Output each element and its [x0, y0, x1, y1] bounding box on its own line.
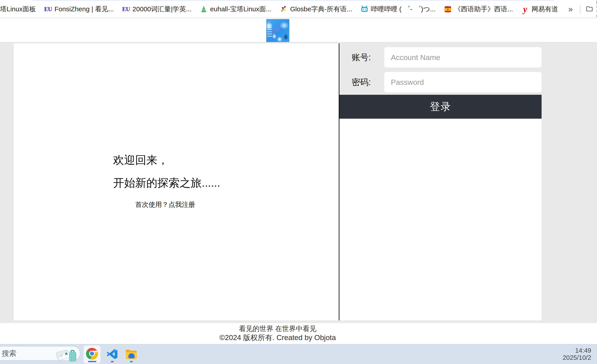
main-card: 欢迎回来， 开始新的探索之旅...... 首次使用？点我注册 账号: 密码: 登…	[14, 43, 542, 320]
bookmark-item-bilibili[interactable]: 哔哩哔哩 ( ゜- ゜)つ...	[361, 5, 436, 14]
clock-time: 14:49	[563, 347, 591, 354]
password-input[interactable]	[384, 72, 542, 92]
account-row: 账号:	[339, 47, 542, 68]
bookmarks-overflow-chevron[interactable]: »	[567, 5, 575, 14]
spain-flag-icon	[444, 6, 452, 13]
welcome-line-1: 欢迎回来，	[113, 153, 217, 167]
taskbar-explorer-button[interactable]	[125, 348, 138, 360]
bookmarks-bar-right: » 所有书签	[567, 0, 597, 19]
chrome-active-indicator	[88, 361, 96, 362]
all-bookmarks-button[interactable]: 所有书签	[586, 0, 597, 19]
bookmarks-bar-separator	[580, 5, 580, 14]
bookmark-label: euhall-宝塔Linux面...	[210, 5, 272, 14]
vscode-running-indicator	[111, 361, 114, 363]
search-label: 搜索	[2, 349, 16, 358]
eu-icon: EU	[44, 6, 52, 13]
bookmark-label: 20000词汇量|学英...	[133, 5, 192, 14]
bookmark-label: Glosbe字典-所有语...	[290, 5, 352, 14]
password-label: 密码:	[339, 77, 384, 88]
bookmark-label: 塔Linux面板	[0, 5, 36, 14]
explorer-running-indicator	[130, 361, 133, 363]
register-link[interactable]: 首次使用？点我注册	[113, 200, 217, 209]
site-header	[0, 18, 597, 42]
bookmark-label: FonsiZheng | 看见...	[55, 5, 114, 14]
bookmark-item-eshelper[interactable]: 《西语助手》西语...	[444, 5, 513, 14]
bilibili-tv-icon	[361, 6, 368, 13]
taskbar-search-box[interactable]: 搜索	[0, 346, 80, 361]
welcome-line-2: 开始新的探索之旅......	[113, 176, 217, 190]
taskbar-vscode-button[interactable]	[106, 348, 118, 360]
bookmark-label: 网易有道	[532, 5, 558, 14]
bookmarks-bar: 塔Linux面板 EU FonsiZheng | 看见... EU 20000词…	[0, 1, 597, 17]
login-button[interactable]: 登录	[339, 95, 542, 119]
glosbe-bird-icon	[280, 6, 288, 13]
file-explorer-icon	[125, 348, 138, 360]
all-bookmarks-label: 所有书签	[596, 0, 597, 19]
page-footer: 看见的世界 在世界中看见 ©2024 版权所有. Created by Objo…	[0, 323, 597, 344]
bookmark-item-vocabulary[interactable]: EU 20000词汇量|学英...	[122, 5, 192, 14]
account-input[interactable]	[384, 47, 542, 68]
chrome-icon	[86, 348, 98, 360]
bookmark-item-fonsizheng[interactable]: EU FonsiZheng | 看见...	[44, 5, 114, 14]
login-form: 账号: 密码:	[339, 43, 542, 95]
password-row: 密码:	[339, 72, 542, 92]
footer-inner: 看见的世界 在世界中看见 ©2024 版权所有. Created by Objo…	[14, 323, 542, 342]
bookmark-item-bt-panel[interactable]: 塔Linux面板	[0, 5, 36, 14]
footer-slogan: 看见的世界 在世界中看见	[14, 325, 542, 333]
bookmark-label: 哔哩哔哩 ( ゜- ゜)つ...	[371, 5, 436, 14]
taskbar: 搜索	[0, 344, 597, 364]
bookmark-label: 《西语助手》西语...	[454, 5, 513, 14]
eu-icon: EU	[122, 6, 130, 13]
taskbar-clock[interactable]: 14:49 2025/10/2	[563, 347, 591, 361]
bookmark-item-euhall[interactable]: euhall-宝塔Linux面...	[200, 5, 272, 14]
travel-ticket-suitcase-icon	[55, 345, 79, 363]
screen: 塔Linux面板 EU FonsiZheng | 看见... EU 20000词…	[0, 0, 597, 364]
site-logo-image[interactable]	[266, 19, 289, 42]
welcome-block: 欢迎回来， 开始新的探索之旅...... 首次使用？点我注册	[113, 153, 217, 209]
vscode-icon	[106, 348, 118, 360]
footer-copyright: ©2024 版权所有. Created by Objota	[14, 333, 542, 342]
bt-pagoda-icon	[200, 6, 207, 13]
youdao-y-icon: y	[521, 6, 529, 13]
folder-icon	[586, 5, 593, 14]
page-background: 欢迎回来， 开始新的探索之旅...... 首次使用？点我注册 账号: 密码: 登…	[0, 43, 597, 323]
clock-date: 2025/10/2	[563, 354, 591, 361]
taskbar-chrome-button[interactable]	[83, 345, 101, 364]
account-label: 账号:	[339, 52, 384, 63]
bookmark-item-glosbe[interactable]: Glosbe字典-所有语...	[280, 5, 352, 14]
bookmark-item-youdao[interactable]: y 网易有道	[521, 5, 558, 14]
